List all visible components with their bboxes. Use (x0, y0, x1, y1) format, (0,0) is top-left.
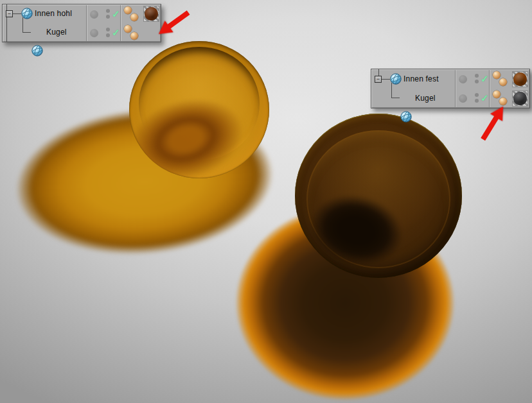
enabled-check-icon[interactable]: ✓ (112, 26, 120, 39)
sphere-object-icon[interactable] (31, 45, 43, 56)
object-name[interactable]: Kugel (46, 23, 67, 42)
object-row[interactable]: Kugel ✓ (371, 89, 529, 108)
sphere-object-icon[interactable] (390, 73, 402, 85)
texture-tag-icon[interactable] (493, 90, 501, 98)
visibility-cell: ✓ (457, 69, 488, 89)
render-visibility-dot[interactable] (475, 99, 479, 103)
solid-glass-sphere (295, 114, 462, 278)
enabled-check-icon[interactable]: ✓ (112, 8, 120, 21)
tree-branch-line (391, 98, 400, 98)
material-swatch[interactable] (513, 91, 528, 106)
render-visibility-dot[interactable] (106, 15, 110, 19)
editor-visibility-dot[interactable] (475, 93, 479, 97)
editor-visibility-dot[interactable] (106, 28, 110, 31)
viewport-render: − Innen hohl ✓ (0, 0, 532, 403)
layer-dot[interactable] (459, 75, 467, 83)
texture-tag-icon[interactable] (499, 78, 507, 86)
annotation-arrow-icon (476, 103, 510, 144)
object-row[interactable]: − Innen hohl ✓ (3, 4, 161, 23)
render-visibility-dot[interactable] (475, 80, 479, 83)
visibility-cell: ✓ (89, 23, 119, 42)
tree-root-line (378, 69, 379, 76)
tree-branch-line (391, 83, 392, 98)
editor-visibility-dot[interactable] (106, 9, 110, 13)
tags-cell (121, 23, 160, 42)
hollow-glass-sphere (129, 41, 269, 178)
layer-dot[interactable] (459, 94, 467, 103)
texture-tag-icon[interactable] (499, 98, 507, 105)
object-row[interactable]: − Innen fest ✓ (371, 69, 529, 89)
object-manager-panel-hollow: − Innen hohl ✓ (2, 4, 161, 42)
visibility-cell: ✓ (457, 89, 488, 108)
material-swatch[interactable] (513, 72, 528, 87)
arrow-shaft (166, 10, 190, 30)
layer-dot[interactable] (90, 29, 98, 37)
material-preview-ball (513, 92, 527, 105)
tree-branch-line (22, 32, 31, 33)
texture-tag-icon[interactable] (124, 6, 132, 14)
texture-tag-icon[interactable] (130, 13, 138, 21)
expand-toggle[interactable]: − (6, 10, 13, 17)
editor-visibility-dot[interactable] (475, 74, 479, 78)
tree-connector (13, 13, 21, 14)
enabled-check-icon[interactable]: ✓ (481, 73, 489, 85)
object-name[interactable]: Innen hohl (35, 4, 72, 23)
expand-toggle[interactable]: − (375, 76, 382, 83)
layer-dot[interactable] (90, 10, 98, 19)
tree-connector (382, 79, 390, 80)
visibility-cell: ✓ (89, 4, 119, 23)
tags-cell (490, 69, 529, 89)
enabled-check-icon[interactable]: ✓ (481, 92, 489, 105)
object-manager-panel-solid: − Innen fest ✓ (371, 69, 530, 108)
object-name[interactable]: Kugel (415, 89, 436, 108)
sphere-object-icon[interactable] (21, 8, 33, 19)
arrow-shaft (481, 114, 500, 141)
tags-cell (121, 4, 160, 23)
material-preview-ball (513, 73, 527, 86)
texture-tag-icon[interactable] (130, 32, 138, 40)
object-name[interactable]: Innen fest (403, 69, 439, 89)
sphere-object-icon[interactable] (400, 111, 412, 123)
render-visibility-dot[interactable] (106, 33, 110, 37)
texture-tag-icon[interactable] (124, 25, 132, 33)
texture-tag-icon[interactable] (493, 71, 501, 79)
material-swatch[interactable] (144, 6, 159, 21)
material-preview-ball (145, 7, 158, 21)
tree-branch-line (22, 17, 23, 33)
